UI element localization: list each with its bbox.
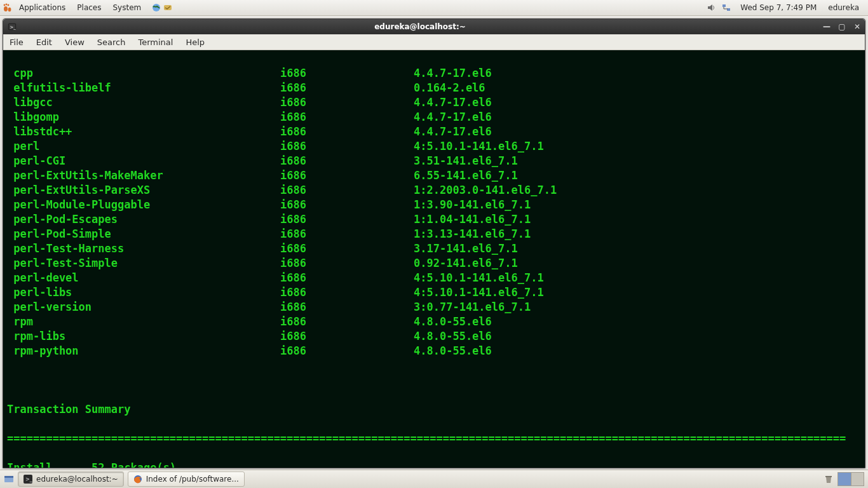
package-row: libgompi6864.4.7-17.el6 — [7, 110, 861, 125]
menu-search[interactable]: Search — [91, 34, 132, 50]
task-label: edureka@localhost:~ — [36, 475, 118, 484]
maximize-button[interactable]: ▢ — [836, 22, 848, 32]
svg-rect-6 — [164, 5, 172, 10]
svg-rect-13 — [4, 476, 13, 478]
package-row: rpm-libsi6864.8.0-55.el6 — [7, 329, 861, 344]
menu-file[interactable]: File — [3, 34, 30, 50]
transaction-summary-header: Transaction Summary — [7, 402, 861, 417]
package-row: perl-develi6864:5.10.1-141.el6_7.1 — [7, 271, 861, 285]
terminal-menubar: File Edit View Search Terminal Help — [3, 34, 865, 50]
package-row: rpmi6864.8.0-55.el6 — [7, 315, 861, 329]
terminal-icon: >_ — [7, 22, 17, 32]
terminal-window: >_ edureka@localhost:~ — ▢ ✕ File Edit V… — [3, 18, 865, 468]
window-titlebar[interactable]: >_ edureka@localhost:~ — ▢ ✕ — [3, 19, 865, 34]
package-row: libstdc++i6864.4.7-17.el6 — [7, 125, 861, 139]
package-row: perl-Module-Pluggablei6861:3.90-141.el6_… — [7, 198, 861, 212]
package-row: rpm-pythoni6864.8.0-55.el6 — [7, 344, 861, 358]
trash-icon[interactable] — [824, 474, 834, 484]
svg-text:>_: >_ — [25, 477, 32, 482]
svg-point-3 — [8, 4, 10, 6]
package-row: libgcci6864.4.7-17.el6 — [7, 95, 861, 110]
terminal-icon: >_ — [24, 475, 32, 484]
package-row: perl-Pod-Escapesi6861:1.04-141.el6_7.1 — [7, 212, 861, 227]
package-row: perl-ExtUtils-ParseXSi6861:2.2003.0-141.… — [7, 183, 861, 198]
system-menu[interactable]: System — [107, 0, 146, 15]
sound-icon[interactable] — [706, 3, 716, 13]
package-row: perl-Test-Harnessi6863.17-141.el6_7.1 — [7, 241, 861, 256]
summary-rule: ========================================… — [7, 431, 861, 446]
network-icon[interactable] — [721, 3, 731, 13]
menu-view[interactable]: View — [58, 34, 91, 50]
svg-point-2 — [6, 4, 8, 6]
svg-point-4 — [8, 8, 11, 11]
menu-help[interactable]: Help — [179, 34, 211, 50]
menu-edit[interactable]: Edit — [30, 34, 58, 50]
terminal-output[interactable]: cppi6864.4.7-17.el6 elfutils-libelfi6860… — [3, 50, 865, 468]
package-row: perl-Test-Simplei6860.92-141.el6_7.1 — [7, 256, 861, 271]
task-label: Index of /pub/software... — [146, 475, 239, 484]
package-row: perl-versioni6863:0.77-141.el6_7.1 — [7, 300, 861, 315]
svg-point-0 — [4, 6, 8, 11]
minimize-button[interactable]: — — [820, 22, 833, 32]
svg-text:>_: >_ — [10, 25, 17, 30]
firefox-icon — [133, 475, 142, 484]
package-row: perli6864:5.10.1-141.el6_7.1 — [7, 139, 861, 154]
package-row: perl-CGIi6863.51-141.el6_7.1 — [7, 154, 861, 168]
user-menu[interactable]: edureka — [825, 3, 862, 12]
package-row: perl-ExtUtils-MakeMakeri6866.55-141.el6_… — [7, 168, 861, 183]
task-terminal[interactable]: >_ edureka@localhost:~ — [18, 471, 124, 487]
svg-rect-7 — [722, 4, 726, 7]
workspace-switcher[interactable] — [837, 472, 864, 486]
applications-menu[interactable]: Applications — [14, 0, 71, 15]
gnome-top-panel: Applications Places System Wed Sep 7, 7:… — [0, 0, 868, 16]
package-row: perl-libsi6864:5.10.1-141.el6_7.1 — [7, 285, 861, 300]
globe-icon[interactable] — [151, 3, 161, 13]
task-firefox[interactable]: Index of /pub/software... — [128, 471, 245, 487]
package-row: cppi6864.4.7-17.el6 — [7, 66, 861, 81]
gnome-foot-icon — [3, 3, 13, 13]
package-row: elfutils-libelfi6860.164-2.el6 — [7, 81, 861, 95]
show-desktop-icon[interactable] — [4, 474, 14, 484]
package-row: perl-Pod-Simplei6861:3.13-141.el6_7.1 — [7, 227, 861, 241]
update-icon[interactable] — [163, 3, 173, 13]
clock[interactable]: Wed Sep 7, 7:49 PM — [736, 3, 820, 12]
menu-terminal[interactable]: Terminal — [132, 34, 179, 50]
window-title: edureka@localhost:~ — [21, 22, 819, 31]
gnome-bottom-panel: >_ edureka@localhost:~ Index of /pub/sof… — [0, 470, 868, 488]
places-menu[interactable]: Places — [72, 0, 106, 15]
summary-install: Install 52 Package(s) — [7, 461, 861, 468]
close-button[interactable]: ✕ — [851, 22, 864, 32]
svg-point-1 — [4, 4, 6, 6]
svg-rect-17 — [825, 476, 832, 477]
